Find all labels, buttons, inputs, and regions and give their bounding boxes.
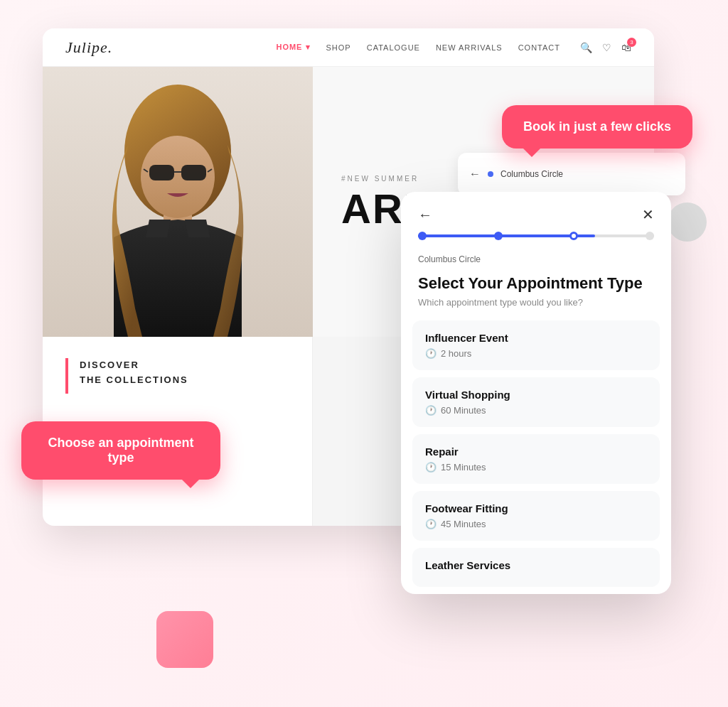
- tooltip-book: Book in just a few clicks: [502, 105, 692, 149]
- search-icon[interactable]: 🔍: [580, 42, 592, 53]
- appointment-repair[interactable]: Repair 🕐 15 Minutes: [412, 434, 660, 484]
- mockup-nav: Julipe. HOME ▾ SHOP CATALOGUE NEW ARRIVA…: [43, 28, 654, 67]
- appointment-duration-0: 🕐 2 hours: [425, 348, 647, 359]
- appointment-duration-3: 🕐 45 Minutes: [425, 519, 647, 529]
- progress-dot-2: [494, 232, 503, 240]
- appointment-leather-services[interactable]: Leather Services: [412, 548, 660, 587]
- appointment-name-0: Influencer Event: [425, 332, 647, 344]
- nav-contact[interactable]: CONTACT: [518, 43, 560, 52]
- modal-title: Select Your Appointment Type: [401, 274, 671, 293]
- brand-logo: Julipe.: [65, 38, 112, 57]
- svg-rect-5: [181, 165, 206, 180]
- modal-subtitle: Which appointment type would you like?: [401, 297, 671, 308]
- discover-bar: [65, 358, 68, 394]
- progress-dot-1: [418, 232, 427, 240]
- progress-bar-container: [401, 234, 671, 254]
- appointment-list: Influencer Event 🕐 2 hours Virtual Shopp…: [401, 320, 671, 594]
- appointment-duration-2: 🕐 15 Minutes: [425, 462, 647, 473]
- discover-text: DISCOVER THE COLLECTIONS: [80, 358, 188, 388]
- modal-location: Columbus Circle: [401, 254, 671, 264]
- appointment-name-4: Leather Services: [425, 559, 647, 571]
- appointment-name-2: Repair: [425, 446, 647, 458]
- nav-links: HOME ▾ SHOP CATALOGUE NEW ARRIVALS CONTA…: [276, 43, 560, 52]
- appointment-name-1: Virtual Shopping: [425, 389, 647, 401]
- nav-shop[interactable]: SHOP: [326, 43, 351, 52]
- main-container: Julipe. HOME ▾ SHOP CATALOGUE NEW ARRIVA…: [0, 0, 728, 707]
- appointment-footwear-fitting[interactable]: Footwear Fitting 🕐 45 Minutes: [412, 491, 660, 541]
- nav-home[interactable]: HOME ▾: [276, 43, 310, 52]
- appointment-name-3: Footwear Fitting: [425, 502, 647, 514]
- appointment-duration-1: 🕐 60 Minutes: [425, 405, 647, 416]
- clock-icon-2: 🕐: [425, 462, 437, 473]
- nav-arrivals[interactable]: NEW ARRIVALS: [436, 43, 503, 52]
- map-dot-icon: [488, 171, 493, 177]
- hero-image: [43, 67, 313, 337]
- progress-dots: [418, 232, 654, 240]
- tooltip-book-text: Book in just a few clicks: [523, 119, 671, 134]
- appointment-virtual-shopping[interactable]: Virtual Shopping 🕐 60 Minutes: [412, 377, 660, 427]
- modal-header: ← ✕: [401, 192, 671, 234]
- modal-close-button[interactable]: ✕: [642, 206, 654, 223]
- clock-icon-0: 🕐: [425, 348, 437, 359]
- progress-dot-4: [646, 232, 654, 240]
- progress-track: [418, 234, 654, 237]
- clock-icon-1: 🕐: [425, 405, 437, 416]
- appointment-influencer-event[interactable]: Influencer Event 🕐 2 hours: [412, 320, 660, 370]
- pink-decoration: [156, 611, 213, 668]
- map-location: Columbus Circle: [500, 169, 563, 179]
- tooltip-choose-text: Choose an appointment type: [48, 436, 193, 465]
- tooltip-choose: Choose an appointment type: [21, 421, 220, 480]
- wishlist-icon[interactable]: ♡: [602, 42, 611, 53]
- svg-rect-4: [149, 165, 174, 180]
- cart-icon[interactable]: 🛍: [621, 42, 631, 53]
- map-back-icon: ←: [469, 168, 481, 180]
- modal-back-button[interactable]: ←: [418, 207, 432, 223]
- progress-dot-3: [569, 232, 578, 240]
- clock-icon-3: 🕐: [425, 519, 437, 529]
- nav-catalogue[interactable]: CATALOGUE: [367, 43, 420, 52]
- appointment-modal: ← ✕ Columbus Circle Select Your Appointm…: [401, 192, 671, 594]
- map-card: ← Columbus Circle: [458, 153, 685, 195]
- nav-icons: 🔍 ♡ 🛍: [580, 42, 631, 53]
- avatar-circle: [668, 203, 707, 242]
